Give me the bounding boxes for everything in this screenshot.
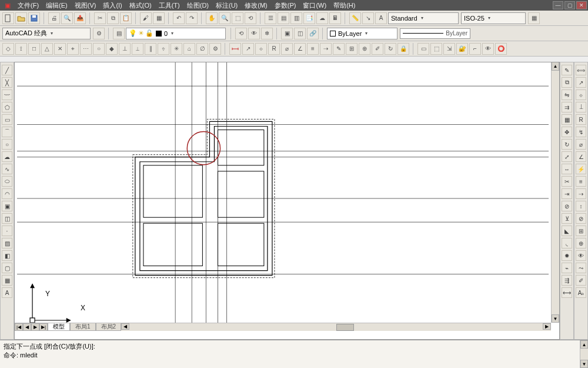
- layer-freeze-icon[interactable]: ❄: [261, 28, 273, 39]
- osnap-quad-icon[interactable]: ◆: [106, 43, 118, 55]
- match-props-icon[interactable]: 🖌: [140, 12, 152, 24]
- region-icon[interactable]: ▢: [2, 263, 12, 273]
- menu-format[interactable]: 格式(O): [126, 1, 155, 10]
- pedit-icon[interactable]: ⌁: [562, 263, 572, 273]
- osnap-near-icon[interactable]: ⌂: [183, 43, 195, 55]
- menu-help[interactable]: 帮助(H): [330, 1, 359, 10]
- dim-edit-icon[interactable]: ✐: [372, 43, 383, 55]
- ellipse-arc-icon[interactable]: ◠: [2, 188, 12, 199]
- menu-draw[interactable]: 绘图(D): [183, 1, 212, 10]
- undo-icon[interactable]: ↶: [173, 12, 185, 24]
- osnap-tan-icon[interactable]: ⊥: [119, 43, 131, 55]
- osnap-mid-icon[interactable]: △: [41, 43, 53, 55]
- lineweight-combo[interactable]: ByLayer: [400, 28, 470, 39]
- arc-icon[interactable]: ⌒: [2, 127, 12, 137]
- ellipse-icon[interactable]: ⬭: [2, 176, 12, 187]
- pan-icon[interactable]: ✋: [206, 12, 218, 24]
- text-style-icon[interactable]: A: [375, 12, 387, 24]
- tab-last-button[interactable]: ▶|: [39, 323, 48, 331]
- scale-icon[interactable]: ⤢: [562, 151, 572, 162]
- menu-view[interactable]: 视图(V): [71, 1, 100, 10]
- minimize-button[interactable]: —: [553, 1, 563, 9]
- dim-arc2-icon[interactable]: ⟐: [576, 89, 586, 100]
- osnap-appint-icon[interactable]: ⌖: [67, 43, 79, 55]
- spline-icon[interactable]: ∿: [2, 164, 12, 174]
- markup-icon[interactable]: ☁: [316, 12, 328, 24]
- jogged-linear-icon[interactable]: ⤳: [576, 263, 586, 273]
- quickcalc-icon[interactable]: 🖩: [329, 12, 341, 24]
- scroll-left-icon[interactable]: ◀: [121, 323, 129, 330]
- ruler-icon[interactable]: 📏: [349, 12, 361, 24]
- make-block-icon[interactable]: ◫: [2, 213, 12, 224]
- zoom-prev-icon[interactable]: ⟲: [245, 12, 256, 24]
- textstyle-combo[interactable]: Standard▾: [388, 12, 459, 24]
- explode-icon[interactable]: ✸: [562, 250, 572, 261]
- osnap-from-icon[interactable]: ⟟: [15, 43, 27, 55]
- open-icon[interactable]: [15, 12, 27, 24]
- osnap-ext-icon[interactable]: ⋯: [80, 43, 92, 55]
- erase-icon[interactable]: ✎: [562, 65, 572, 75]
- layer-iso-icon[interactable]: 👁: [248, 28, 260, 39]
- osnap-cen-icon[interactable]: ○: [93, 43, 105, 55]
- join-icon[interactable]: ⊻: [562, 213, 572, 224]
- table-icon[interactable]: ▦: [2, 275, 12, 286]
- save-icon[interactable]: [28, 12, 40, 24]
- array-icon[interactable]: ▦: [562, 114, 572, 125]
- dim-update-icon[interactable]: ↻: [385, 43, 396, 55]
- new-icon[interactable]: [2, 12, 14, 24]
- osnap-temp-icon[interactable]: ◇: [2, 43, 14, 55]
- dim-angle2-icon[interactable]: ∠: [576, 151, 586, 162]
- color-combo[interactable]: ByLayer ▾: [327, 28, 397, 39]
- hscroll-thumb[interactable]: [336, 324, 354, 331]
- command-line[interactable]: 指定下一点或 [闭合(C)/放弃(U)]: 命令: mledit ▲ ▼: [0, 340, 588, 368]
- drawing-canvas[interactable]: Y X: [15, 62, 551, 323]
- block-editor-icon[interactable]: ▦: [153, 12, 165, 24]
- tab-layout1[interactable]: 布局1: [70, 323, 96, 331]
- dim-arc-icon[interactable]: ⟐: [255, 43, 267, 55]
- dimstyle-icon[interactable]: Aₐ: [576, 287, 586, 298]
- hatch-icon[interactable]: ▨: [2, 238, 12, 248]
- dim-jogged-icon[interactable]: ↯: [576, 127, 586, 137]
- osnap-par-icon[interactable]: ∥: [145, 43, 156, 55]
- osnap-int-icon[interactable]: ✕: [54, 43, 66, 55]
- osnap-node-icon[interactable]: ✳: [171, 43, 182, 55]
- tab-model[interactable]: 模型: [48, 323, 70, 331]
- dim-lock-icon[interactable]: 🔒: [397, 43, 409, 55]
- extend-icon[interactable]: ⇥: [562, 188, 572, 199]
- dim-angle-icon[interactable]: ∠: [294, 43, 306, 55]
- cmd-scrollbar[interactable]: ▲ ▼: [580, 340, 588, 368]
- make-block-icon[interactable]: ◫: [294, 28, 306, 39]
- workspace-combo[interactable]: AutoCAD 经典▾: [2, 28, 91, 39]
- dim-linear2-icon[interactable]: ⟺: [576, 65, 586, 75]
- trim-icon[interactable]: ✂: [562, 176, 572, 187]
- workspace-settings-icon[interactable]: ⚙: [93, 28, 105, 39]
- dim-center-icon[interactable]: ⊕: [359, 43, 370, 55]
- zoom-realtime-icon[interactable]: 🔍: [219, 12, 230, 24]
- copy-icon[interactable]: ⧉: [107, 12, 119, 24]
- revision-cloud-icon[interactable]: ☁: [2, 151, 12, 162]
- layer-combo[interactable]: 💡 ☀ 🔓 0 ▾: [126, 28, 226, 39]
- dim-tolerance-icon[interactable]: ⊞: [346, 43, 358, 55]
- cmd-scroll-up-icon[interactable]: ▲: [580, 340, 588, 349]
- tolerance-icon[interactable]: ⊞: [576, 226, 586, 236]
- viewport-icon[interactable]: ▭: [417, 43, 429, 55]
- line-icon[interactable]: ╱: [2, 65, 12, 75]
- break-icon[interactable]: ⊘: [562, 201, 572, 211]
- scroll-right-icon[interactable]: ▶: [543, 323, 551, 330]
- dim-baseline2-icon[interactable]: ≡: [576, 176, 586, 187]
- block-insert-icon[interactable]: ▣: [281, 28, 293, 39]
- paste-icon[interactable]: 📋: [120, 12, 132, 24]
- redo-icon[interactable]: ↷: [186, 12, 198, 24]
- osnap-end-icon[interactable]: □: [28, 43, 40, 55]
- dimstyle-combo[interactable]: ISO-25▾: [461, 12, 526, 24]
- tab-next-button[interactable]: ▶: [31, 323, 39, 331]
- viewport-lock-icon[interactable]: 🔐: [456, 43, 468, 55]
- dim-linear-icon[interactable]: [229, 43, 241, 55]
- cmd-scroll-down-icon[interactable]: ▼: [580, 360, 588, 368]
- align-icon[interactable]: ⇶: [562, 275, 572, 286]
- centermark-icon[interactable]: ⊕: [576, 238, 586, 248]
- viewport-scale-icon[interactable]: ⇲: [443, 43, 455, 55]
- 3dorbit-icon[interactable]: ⭕: [495, 43, 507, 55]
- lengthen-icon[interactable]: ⟷: [562, 287, 572, 298]
- xline-icon[interactable]: ╳: [2, 77, 12, 88]
